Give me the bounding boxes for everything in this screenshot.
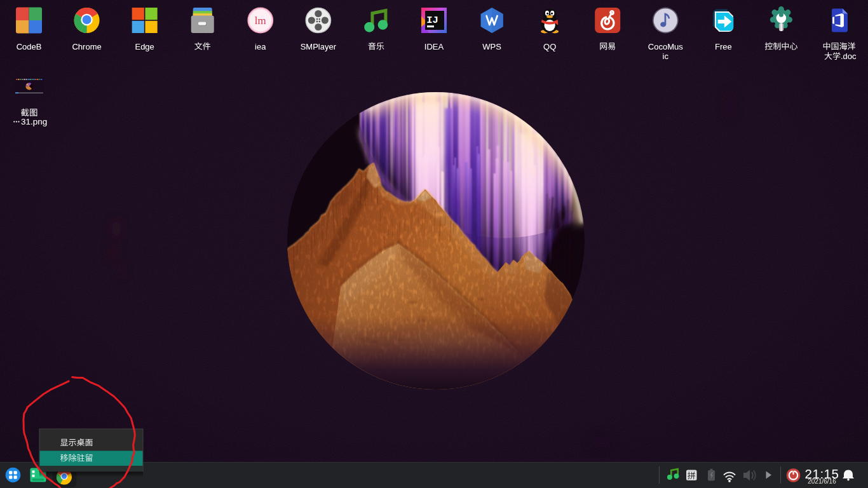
svg-text:Free: Free — [715, 42, 732, 51]
svg-text:Edge: Edge — [135, 42, 154, 51]
svg-text:2021/6/16: 2021/6/16 — [808, 478, 836, 485]
svg-text:ic: ic — [663, 51, 669, 61]
svg-text:CodeB: CodeB — [17, 42, 42, 51]
svg-text:QQ: QQ — [543, 42, 556, 51]
svg-text:SMPlayer: SMPlayer — [301, 42, 337, 51]
svg-text:IJ: IJ — [426, 15, 438, 26]
svg-text:iea: iea — [255, 42, 266, 51]
svg-text:Chrome: Chrome — [72, 42, 101, 51]
svg-text:CocoMus: CocoMus — [648, 42, 683, 51]
svg-text:31.png: 31.png — [21, 117, 47, 126]
svg-text:WPS: WPS — [482, 42, 501, 51]
svg-text:IDEA: IDEA — [424, 42, 444, 51]
svg-text:lm: lm — [255, 15, 266, 27]
svg-text:.doc: .doc — [841, 51, 857, 61]
